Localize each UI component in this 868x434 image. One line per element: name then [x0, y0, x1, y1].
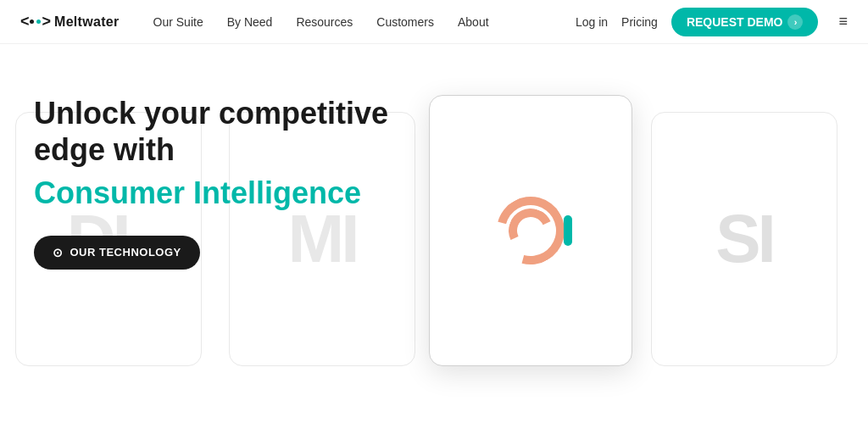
logo-dot-2	[36, 19, 41, 24]
hero-subheadline: Consumer Intelligence	[34, 175, 441, 211]
hamburger-icon[interactable]: ≡	[838, 13, 848, 31]
card-4-ghost: SI	[715, 200, 773, 278]
pricing-link[interactable]: Pricing	[621, 15, 658, 29]
logo-dot-1	[30, 19, 34, 24]
nav-links: Our Suite By Need Resources Customers Ab…	[153, 15, 576, 29]
nav-link-by-need[interactable]: By Need	[227, 15, 273, 29]
logo[interactable]: < > Meltwater	[20, 13, 120, 31]
hero-section: Unlock your competitive edge with Consum…	[34, 95, 441, 270]
nav-link-our-suite[interactable]: Our Suite	[153, 15, 203, 29]
logo-bracket-left: <	[20, 13, 28, 31]
main-content: Unlock your competitive edge with Consum…	[0, 44, 868, 434]
ci-illustration	[492, 192, 569, 269]
ci-bar	[564, 215, 572, 246]
logo-icon: < >	[20, 13, 49, 31]
logo-dots	[30, 19, 41, 24]
login-link[interactable]: Log in	[576, 15, 608, 29]
logo-bracket-right: >	[42, 13, 50, 31]
nav-link-about[interactable]: About	[458, 15, 489, 29]
demo-arrow-icon: ›	[787, 14, 803, 30]
demo-button-label: REQUEST DEMO	[687, 15, 783, 29]
nav-right: Log in Pricing REQUEST DEMO › ≡	[576, 8, 848, 36]
main-nav: < > Meltwater Our Suite By Need Resource…	[0, 0, 868, 44]
request-demo-button[interactable]: REQUEST DEMO ›	[671, 8, 819, 36]
nav-link-resources[interactable]: Resources	[296, 15, 353, 29]
technology-button-icon: ⊙	[53, 246, 64, 259]
card-si[interactable]: SI	[651, 112, 837, 366]
card-ci[interactable]	[429, 95, 632, 366]
technology-button-label: OUR TECHNOLOGY	[70, 246, 181, 259]
hero-headline: Unlock your competitive edge with	[34, 95, 441, 168]
our-technology-button[interactable]: ⊙ OUR TECHNOLOGY	[34, 236, 200, 270]
logo-text: Meltwater	[54, 14, 120, 30]
nav-link-customers[interactable]: Customers	[376, 15, 434, 29]
